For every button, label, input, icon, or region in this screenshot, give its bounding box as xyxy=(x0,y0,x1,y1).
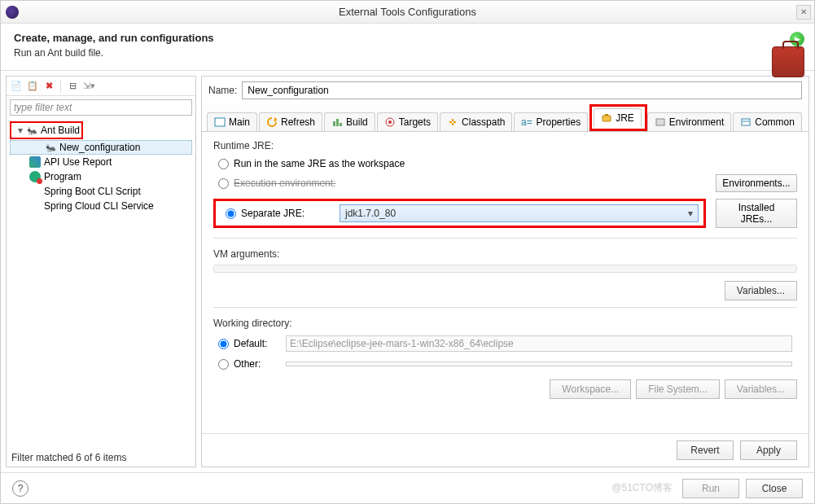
radio-wd-default-row[interactable]: Default: E:\Eclipse\eclipse-jee-mars-1-w… xyxy=(213,334,797,353)
run-button[interactable]: Run xyxy=(682,479,739,498)
targets-tab-icon xyxy=(384,116,396,128)
runtime-jre-label: Runtime JRE: xyxy=(213,140,797,151)
duplicate-icon[interactable]: 📋 xyxy=(26,80,39,93)
tree-label: Spring Cloud CLI Service xyxy=(44,200,154,212)
vm-arguments-label: VM arguments: xyxy=(213,248,797,260)
tree-label: Ant Build xyxy=(41,125,80,136)
wd-variables-button[interactable]: Variables... xyxy=(725,379,797,399)
svg-rect-9 xyxy=(656,119,664,125)
header-graphic: ▶ xyxy=(769,32,804,79)
svg-point-5 xyxy=(388,121,392,124)
svg-rect-3 xyxy=(340,123,342,126)
vm-arguments-input[interactable] xyxy=(213,265,797,273)
close-button[interactable]: Close xyxy=(746,479,803,498)
footer: ? @51CTO博客 Run Close xyxy=(1,472,814,503)
working-dir-label: Working directory: xyxy=(213,318,797,329)
properties-tab-icon: a=b xyxy=(521,116,532,128)
svg-rect-10 xyxy=(742,119,750,125)
tree-item-ant-build[interactable]: ▾ 🐜 Ant Build xyxy=(13,123,80,138)
vm-variables-button[interactable]: Variables... xyxy=(725,281,797,300)
radio-wd-other-row[interactable]: Other: xyxy=(213,357,797,371)
delete-icon[interactable]: ✖ xyxy=(42,80,55,93)
installed-jres-button[interactable]: Installed JREs... xyxy=(716,199,797,228)
refresh-tab-icon xyxy=(266,116,278,128)
apply-button[interactable]: Apply xyxy=(740,440,797,460)
separate-jre-combo[interactable]: jdk1.7.0_80 xyxy=(340,204,699,222)
highlight-ant-build: ▾ 🐜 Ant Build xyxy=(10,121,83,139)
tab-environment[interactable]: Environment xyxy=(647,112,731,131)
tree-label: Spring Boot CLI Script xyxy=(44,186,141,197)
svg-rect-1 xyxy=(333,121,335,126)
radio-wd-other[interactable] xyxy=(218,359,229,370)
tab-jre[interactable]: JRE xyxy=(594,108,642,127)
tree-item-spring-boot[interactable]: Spring Boot CLI Script xyxy=(10,184,192,199)
tab-main[interactable]: Main xyxy=(207,112,257,131)
ant-icon: 🐜 xyxy=(26,125,37,136)
tree-label: API Use Report xyxy=(44,156,112,168)
svg-rect-7 xyxy=(602,116,611,121)
radio-same-jre-label: Run in the same JRE as the workspace xyxy=(234,158,405,169)
tab-common[interactable]: Common xyxy=(733,112,802,131)
radio-exec-env-row[interactable]: Execution environment: xyxy=(213,176,706,191)
tree-item-program[interactable]: Program xyxy=(10,169,192,184)
header: Create, manage, and run configurations R… xyxy=(1,24,814,71)
toolbox-icon xyxy=(772,46,804,77)
config-tree: ▾ 🐜 Ant Build 🐜 New_configuration API Us… xyxy=(7,119,195,449)
workspace-button[interactable]: Workspace... xyxy=(550,379,631,399)
tree-label: New_configuration xyxy=(59,142,140,153)
radio-separate-jre[interactable] xyxy=(226,208,236,219)
config-buttons: Revert Apply xyxy=(202,433,808,467)
jre-tab-icon xyxy=(601,112,612,124)
filter-input[interactable]: type filter text xyxy=(10,99,192,116)
expand-toggle-icon[interactable]: ▾ xyxy=(18,125,26,136)
tree-item-api-use[interactable]: API Use Report xyxy=(10,155,192,169)
expand-icon[interactable]: ⇲▾ xyxy=(82,80,95,93)
wd-default-value: E:\Eclipse\eclipse-jee-mars-1-win32-x86_… xyxy=(286,335,792,352)
window-title: External Tools Configurations xyxy=(339,6,476,18)
header-subtitle: Run an Ant build file. xyxy=(14,47,801,59)
tree-item-spring-cloud[interactable]: Spring Cloud CLI Service xyxy=(10,199,192,213)
help-icon[interactable]: ? xyxy=(12,480,28,497)
radio-same-jre[interactable] xyxy=(218,159,229,169)
new-config-icon[interactable]: 📄 xyxy=(10,80,23,93)
program-icon xyxy=(29,171,41,182)
classpath-tab-icon xyxy=(447,116,458,128)
radio-wd-default-label: Default: xyxy=(234,338,281,349)
radio-wd-default[interactable] xyxy=(218,339,229,349)
ant-icon: 🐜 xyxy=(45,142,56,153)
tab-classpath[interactable]: Classpath xyxy=(440,112,512,131)
radio-separate-jre-label: Separate JRE: xyxy=(241,208,305,219)
filter-status: Filter matched 6 of 6 items xyxy=(7,449,195,467)
radio-exec-env-label: Execution environment: xyxy=(234,177,701,189)
separator xyxy=(213,307,797,308)
wd-other-input[interactable] xyxy=(286,362,792,366)
revert-button[interactable]: Revert xyxy=(677,440,734,460)
environment-tab-icon xyxy=(655,116,666,128)
radio-exec-env[interactable] xyxy=(218,178,229,189)
tab-targets[interactable]: Targets xyxy=(377,112,438,131)
radio-same-jre-row[interactable]: Run in the same JRE as the workspace xyxy=(213,156,797,171)
filesystem-button[interactable]: File System... xyxy=(636,379,720,399)
tabbar: Main Refresh Build Targets Classpath a=b… xyxy=(202,104,808,132)
jre-tab-body: Runtime JRE: Run in the same JRE as the … xyxy=(202,132,808,433)
name-input[interactable] xyxy=(242,81,802,99)
svg-rect-0 xyxy=(215,118,225,126)
radio-separate-jre-row[interactable]: Separate JRE: xyxy=(221,206,335,221)
collapse-all-icon[interactable]: ⊟ xyxy=(66,80,79,93)
api-icon xyxy=(29,156,41,168)
right-panel: Name: Main Refresh Build Targets Classpa… xyxy=(201,76,809,467)
separator xyxy=(60,80,61,93)
radio-wd-other-label: Other: xyxy=(234,358,281,370)
separator xyxy=(213,238,797,239)
environments-button[interactable]: Environments... xyxy=(716,174,797,192)
titlebar: External Tools Configurations ✕ xyxy=(1,1,814,24)
header-title: Create, manage, and run configurations xyxy=(14,32,801,44)
tab-properties[interactable]: a=bProperties xyxy=(514,112,588,131)
tree-label: Program xyxy=(44,171,81,182)
tab-build[interactable]: Build xyxy=(324,112,375,131)
tab-refresh[interactable]: Refresh xyxy=(259,112,322,131)
left-panel: 📄 📋 ✖ ⊟ ⇲▾ type filter text ▾ 🐜 Ant Buil… xyxy=(6,76,196,467)
main-tab-icon xyxy=(214,116,226,128)
window-close-button[interactable]: ✕ xyxy=(796,5,811,20)
tree-item-new-configuration[interactable]: 🐜 New_configuration xyxy=(10,140,192,155)
